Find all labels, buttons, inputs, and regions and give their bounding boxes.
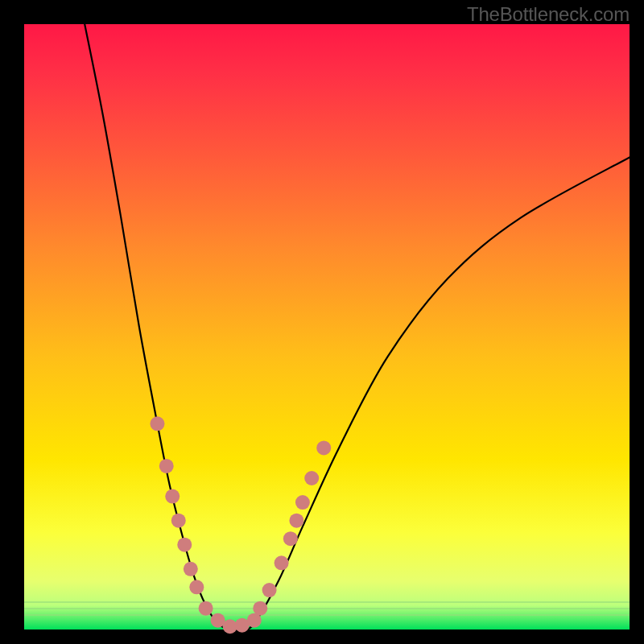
curve-marker [304, 471, 319, 485]
curve-marker [177, 538, 192, 552]
curve-marker [199, 601, 213, 616]
curve-marker [289, 514, 303, 528]
curve-layer [24, 24, 630, 630]
curve-marker [316, 440, 331, 455]
curve-marker [283, 531, 298, 546]
green-ridges [24, 602, 630, 615]
curve-marker [262, 583, 277, 597]
bottleneck-curve [85, 24, 630, 630]
curve-marker [189, 580, 204, 594]
curve-marker [150, 416, 164, 431]
curve-marker [295, 495, 310, 510]
curve-marker [171, 514, 186, 528]
curve-marker [253, 601, 267, 616]
curve-marker [165, 489, 180, 504]
curve-marker [184, 562, 198, 576]
plot-area [24, 24, 630, 630]
chart-frame: TheBottleneck.com [0, 0, 644, 644]
watermark-text: TheBottleneck.com [467, 3, 630, 26]
curve-marker [159, 459, 174, 473]
curve-marker [275, 555, 289, 570]
